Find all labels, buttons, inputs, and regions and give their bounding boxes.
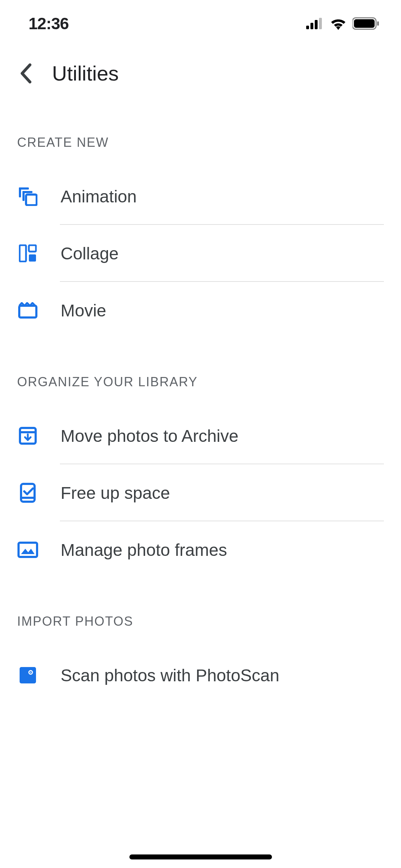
svg-rect-14 <box>29 254 36 262</box>
section-organize: ORGANIZE YOUR LIBRARY Move photos to Arc… <box>0 374 401 578</box>
list-item-freeup[interactable]: Free up space <box>0 464 401 521</box>
cellular-signal-icon <box>306 18 324 29</box>
photo-frame-icon <box>17 539 38 560</box>
svg-point-23 <box>30 672 31 673</box>
list-item-label: Movie <box>61 301 106 320</box>
list-item-label: Move photos to Archive <box>61 426 238 446</box>
list-item-photoscan[interactable]: Scan photos with PhotoScan <box>0 647 401 704</box>
svg-rect-6 <box>377 21 379 26</box>
svg-rect-10 <box>22 191 25 201</box>
section-import: IMPORT PHOTOS Scan photos with PhotoScan <box>0 614 401 704</box>
svg-rect-11 <box>26 195 37 205</box>
list-item-movie[interactable]: Movie <box>0 282 401 339</box>
back-button[interactable] <box>17 65 34 82</box>
list-item-label: Scan photos with PhotoScan <box>61 666 279 685</box>
list-item-collage[interactable]: Collage <box>0 225 401 282</box>
svg-rect-0 <box>306 26 309 29</box>
page-title: Utilities <box>52 61 119 85</box>
list-item-animation[interactable]: Animation <box>0 168 401 225</box>
movie-icon <box>17 300 38 321</box>
list-item-archive[interactable]: Move photos to Archive <box>0 407 401 464</box>
archive-icon <box>17 425 38 446</box>
svg-rect-3 <box>319 18 322 29</box>
status-time: 12:36 <box>29 14 69 33</box>
list-item-label: Free up space <box>61 483 170 503</box>
svg-rect-12 <box>20 245 26 262</box>
photoscan-icon <box>17 665 38 686</box>
status-bar: 12:36 <box>0 0 401 47</box>
svg-rect-2 <box>315 20 318 29</box>
wifi-icon <box>330 17 347 30</box>
list-item-label: Manage photo frames <box>61 540 227 560</box>
section-create: CREATE NEW Animation Collage <box>0 135 401 339</box>
list-item-label: Collage <box>61 244 119 263</box>
section-title-organize: ORGANIZE YOUR LIBRARY <box>0 374 401 389</box>
svg-rect-21 <box>20 667 36 683</box>
header: Utilities <box>0 47 401 99</box>
animation-icon <box>17 186 38 207</box>
free-up-space-icon <box>17 482 38 503</box>
chevron-left-icon <box>19 63 32 84</box>
svg-rect-13 <box>29 245 36 252</box>
svg-rect-1 <box>310 23 313 29</box>
battery-icon <box>353 17 380 30</box>
home-indicator[interactable] <box>129 854 272 859</box>
section-title-create: CREATE NEW <box>0 135 401 150</box>
svg-rect-8 <box>19 187 21 197</box>
list-item-label: Animation <box>61 187 137 206</box>
list-item-frames[interactable]: Manage photo frames <box>0 521 401 578</box>
svg-rect-5 <box>354 19 375 28</box>
collage-icon <box>17 243 38 264</box>
svg-rect-15 <box>19 306 36 317</box>
section-title-import: IMPORT PHOTOS <box>0 614 401 629</box>
svg-rect-20 <box>19 543 37 557</box>
status-icons <box>306 17 380 30</box>
